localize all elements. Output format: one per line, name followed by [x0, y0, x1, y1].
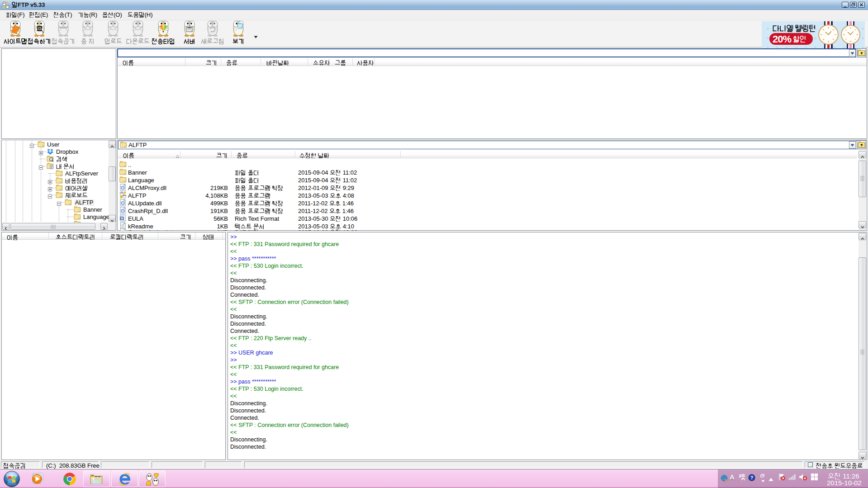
svg-text:?: ? [750, 475, 753, 480]
svg-text:W: W [120, 217, 123, 220]
